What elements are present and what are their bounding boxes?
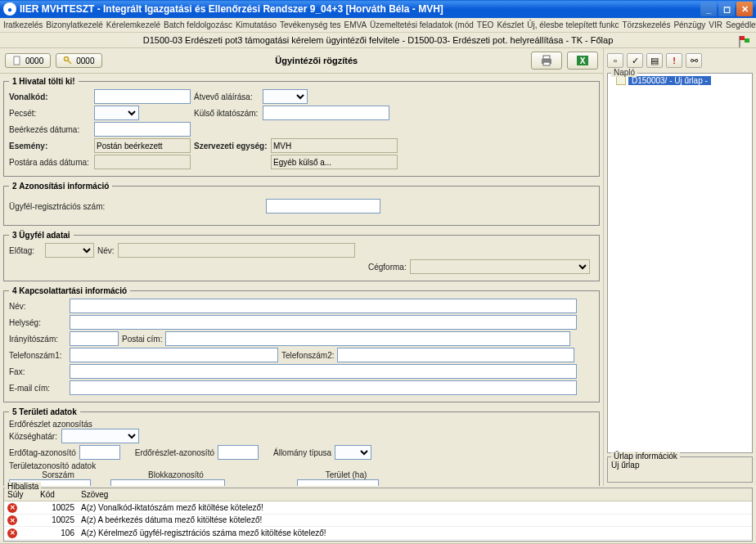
- nev-input[interactable]: [118, 243, 355, 258]
- naplo-panel: Napló D150003/ - Új űrlap -: [607, 73, 753, 453]
- printer-icon: [540, 55, 553, 66]
- szervezeti-input[interactable]: [271, 138, 398, 153]
- blokkazon-input[interactable]: [110, 479, 225, 486]
- tel2-input[interactable]: [337, 348, 574, 362]
- postai-label: Postai cím:: [122, 335, 162, 344]
- menu-item[interactable]: Kérelemkezelé: [106, 20, 160, 29]
- helyseg-input[interactable]: [70, 315, 577, 330]
- menu-item[interactable]: Iratkezelés: [3, 20, 43, 29]
- urlap-info-panel: Űrlap információk Új űrlap: [607, 456, 753, 483]
- rt-link-button[interactable]: ⚯: [686, 53, 702, 68]
- beerkezes-input[interactable]: [94, 122, 191, 137]
- rt-doc-button[interactable]: ▫: [607, 53, 623, 68]
- vonalkod-input[interactable]: [94, 89, 191, 104]
- error-row[interactable]: ✕10025A(z) A beérkezés dátuma mező kitöl…: [4, 514, 752, 527]
- tel1-input[interactable]: [70, 348, 278, 362]
- print-button[interactable]: [531, 52, 562, 70]
- szervezeti-label: Szervezeti egység:: [194, 142, 268, 151]
- terulet-input[interactable]: [297, 479, 379, 486]
- pecset-select[interactable]: [94, 106, 139, 120]
- blokkazon-label: Blokkazonosító: [110, 470, 241, 479]
- elotag-select[interactable]: [45, 243, 94, 258]
- menu-item[interactable]: VIR: [709, 20, 722, 29]
- teruletazon-label: Területazonosító adatok: [9, 461, 594, 470]
- key-icon: [63, 56, 73, 65]
- erdotag-input[interactable]: [79, 445, 120, 460]
- egyeb-input[interactable]: [271, 155, 398, 169]
- kulso-label: Külső iktatószám:: [194, 109, 259, 118]
- menu-item[interactable]: Üzemeltetési feladatok (mód: [370, 20, 474, 29]
- menu-item[interactable]: Törzskezelés: [622, 20, 670, 29]
- postara-input[interactable]: [94, 155, 191, 169]
- minimize-button[interactable]: _: [700, 2, 717, 16]
- excel-button[interactable]: X: [567, 52, 598, 70]
- menu-item[interactable]: Bizonylatkezelé: [46, 20, 102, 29]
- menubar: Iratkezelés Bizonylatkezelé Kérelemkezel…: [0, 18, 756, 33]
- elotag-label: Előtag:: [9, 246, 42, 255]
- nev-label: Név:: [97, 246, 115, 255]
- atvevo-label: Átvevő aláírása:: [194, 92, 259, 101]
- kulso-input[interactable]: [263, 106, 389, 120]
- menu-item[interactable]: Kimutatáso: [236, 20, 277, 29]
- window-titlebar: ● IIER MVHTESZT - Integrált Igazgatási é…: [0, 0, 756, 18]
- error-row[interactable]: ✕106A(z) Kérelmező ügyfél-regisztrációs …: [4, 527, 752, 540]
- error-icon: ✕: [7, 503, 17, 513]
- svg-rect-0: [740, 36, 745, 40]
- ugyfel-label: Ügyfél-regisztrációs szám:: [9, 202, 263, 211]
- close-button[interactable]: ✕: [736, 2, 753, 16]
- svg-rect-1: [745, 38, 749, 43]
- maximize-button[interactable]: ◻: [718, 2, 735, 16]
- menu-item[interactable]: Új, élesbe telepített funkc: [527, 20, 619, 29]
- email-input[interactable]: [70, 380, 577, 395]
- email-label: E-mail cím:: [9, 384, 66, 393]
- esemeny-label: Esemény:: [9, 142, 91, 151]
- beerkezes-label: Beérkezés dátuma:: [9, 125, 91, 134]
- cegforma-select[interactable]: [410, 259, 590, 274]
- rt-check-button[interactable]: ✓: [627, 53, 643, 68]
- key-button[interactable]: 0000: [56, 53, 101, 68]
- atvevo-select[interactable]: [263, 89, 308, 104]
- erdoreszlet-input[interactable]: [218, 445, 259, 460]
- ugyfel-input[interactable]: [266, 199, 380, 214]
- erdoreszlet-azon-label: Erdőrészlet azonosítás: [9, 420, 594, 429]
- postara-label: Postára adás dátuma:: [9, 158, 91, 167]
- kozseghatar-select[interactable]: [61, 429, 139, 443]
- error-row[interactable]: ✕10025A(z) Vonalkód-iktatószám mező kitö…: [4, 501, 752, 515]
- menu-item[interactable]: Tevékenység tes: [280, 20, 341, 29]
- sorszam-label: Sorszám: [9, 470, 107, 479]
- section-azonositasi: 2 Azonosítási információ Ügyfél-regisztr…: [3, 182, 600, 226]
- erdoreszlet-label: Erdőrészlet-azonosító: [135, 448, 214, 457]
- naplo-item-text: D150003/ - Új űrlap -: [628, 76, 711, 85]
- rt-save-button[interactable]: ▤: [646, 53, 663, 68]
- menu-item[interactable]: TEO: [477, 20, 494, 29]
- cegforma-label: Cégforma:: [368, 263, 407, 272]
- menu-item[interactable]: Készlet: [497, 20, 524, 29]
- fax-input[interactable]: [70, 364, 577, 379]
- esemeny-input[interactable]: [94, 138, 191, 153]
- menu-item[interactable]: Batch feldolgozásc: [164, 20, 232, 29]
- tel2-label: Telefonszám2:: [281, 351, 334, 360]
- svg-text:X: X: [580, 56, 586, 65]
- urlap-text: Új űrlap: [611, 461, 639, 470]
- app-icon: ●: [3, 2, 16, 16]
- allomany-select[interactable]: [335, 445, 371, 460]
- new-button[interactable]: 0000: [5, 53, 51, 68]
- kozseghatar-label: Községhatár:: [9, 432, 58, 441]
- excel-icon: X: [576, 55, 589, 66]
- menu-item[interactable]: Pénzügy: [673, 20, 705, 29]
- svg-rect-3: [14, 56, 20, 65]
- col-kod[interactable]: Kód: [37, 488, 78, 501]
- postai-input[interactable]: [165, 331, 570, 346]
- section-kapcsolattartasi: 4 Kapcsolattartási információ Név: Helys…: [3, 286, 600, 402]
- irsz-input[interactable]: [70, 331, 119, 346]
- section-teruleti: 5 Területi adatok Erdőrészlet azonosítás…: [3, 407, 600, 486]
- rt-alert-button[interactable]: !: [666, 53, 682, 68]
- col-szoveg[interactable]: Szöveg: [78, 488, 752, 501]
- breadcrumb-text: D1500-03 Erdészeti pot3 támogatási kérel…: [143, 35, 614, 45]
- menu-item[interactable]: Segédletek: [726, 20, 756, 29]
- nev4-input[interactable]: [70, 299, 577, 313]
- menu-item[interactable]: EMVA: [344, 20, 367, 29]
- svg-rect-7: [543, 56, 550, 59]
- svg-point-4: [65, 57, 69, 61]
- naplo-legend: Napló: [611, 68, 637, 77]
